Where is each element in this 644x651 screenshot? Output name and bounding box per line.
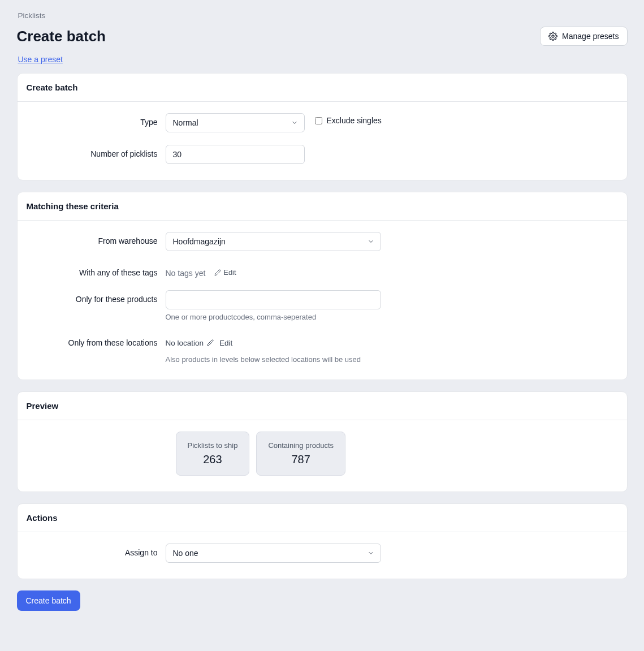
tags-edit-link[interactable]: Edit [214, 268, 236, 277]
manage-presets-label: Manage presets [562, 32, 619, 41]
preview-card: Preview Picklists to ship 263 Containing… [17, 391, 628, 492]
actions-card-title: Actions [18, 504, 627, 532]
warehouse-label: From warehouse [27, 232, 166, 245]
tags-value: No tags yet [166, 269, 206, 278]
gear-icon [548, 32, 557, 41]
tags-label: With any of these tags [27, 264, 166, 277]
stat-products-label: Containing products [268, 441, 334, 450]
actions-card: Actions Assign to No one [17, 503, 628, 579]
locations-value: No location [166, 339, 204, 347]
manage-presets-button[interactable]: Manage presets [540, 27, 627, 46]
warehouse-select[interactable]: Hoofdmagazijn [166, 232, 381, 251]
create-batch-button[interactable]: Create batch [17, 590, 80, 611]
stat-picklists-label: Picklists to ship [188, 441, 238, 450]
criteria-card-title: Matching these criteria [18, 192, 627, 221]
preview-card-title: Preview [18, 392, 627, 420]
locations-label: Only from these locations [27, 334, 166, 347]
use-preset-link[interactable]: Use a preset [17, 55, 63, 64]
exclude-singles-label[interactable]: Exclude singles [327, 115, 382, 127]
stat-products: Containing products 787 [256, 432, 345, 476]
exclude-singles-checkbox[interactable] [315, 117, 322, 124]
stat-picklists-value: 263 [188, 453, 238, 466]
page-title: Create batch [17, 28, 106, 45]
create-batch-card-title: Create batch [18, 74, 627, 102]
locations-edit-link[interactable]: No location Edit [166, 339, 233, 347]
products-input[interactable] [166, 290, 381, 309]
stat-products-value: 787 [268, 453, 334, 466]
type-label: Type [27, 113, 166, 127]
locations-edit-label: Edit [219, 339, 232, 347]
stat-picklists: Picklists to ship 263 [176, 432, 250, 476]
criteria-card: Matching these criteria From warehouse H… [17, 192, 628, 380]
create-batch-card: Create batch Type Normal Exclud [17, 73, 628, 180]
assign-to-select[interactable]: No one [166, 544, 381, 563]
products-label: Only for these products [27, 290, 166, 304]
pencil-icon [207, 339, 214, 346]
type-select[interactable]: Normal [166, 113, 305, 132]
pencil-icon [214, 269, 221, 276]
assign-to-label: Assign to [27, 544, 166, 557]
locations-help-text: Also products in levels below selected l… [166, 355, 618, 364]
breadcrumb[interactable]: Picklists [17, 11, 628, 20]
num-picklists-input[interactable] [166, 145, 305, 164]
num-picklists-label: Number of picklists [27, 145, 166, 158]
svg-point-0 [552, 35, 554, 37]
tags-edit-label: Edit [223, 268, 236, 277]
products-help-text: One or more productcodes, comma-seperate… [166, 313, 618, 321]
